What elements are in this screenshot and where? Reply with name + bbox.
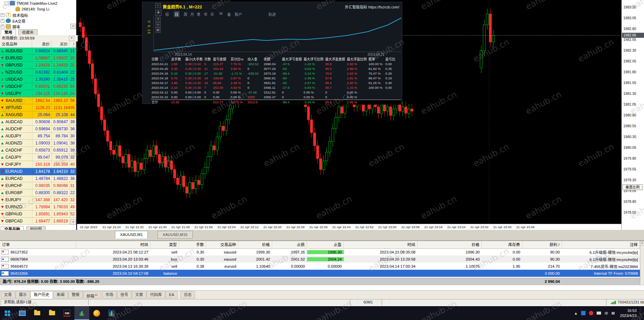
market-watch-row[interactable]: EURJPY147.388147.42032 [0, 196, 76, 204]
indicator-menu-item-周[interactable]: 周 [183, 11, 188, 17]
nav-item-ea[interactable]: + EA交易 [1, 18, 25, 24]
indicator-menu-item-币[interactable]: 币 [209, 11, 215, 17]
terminal-tab-市场[interactable]: 市场 [102, 291, 117, 298]
indicator-menu-item-月[interactable]: 月 [189, 11, 195, 17]
market-watch-header[interactable]: 交易品种 卖价 买价 ! [0, 41, 76, 48]
tray-app-icon-blue[interactable] [581, 311, 586, 315]
orders-table-header[interactable]: 订单时间类型手数交易品种价格止损止盈时间价格库存费获利 /注释 [0, 241, 640, 249]
market-watch-row[interactable]: USDJPY134.119134.14324 [0, 90, 76, 97]
terminal-tab-展示[interactable]: 展示 [16, 291, 30, 298]
order-row[interactable]: 961273522023.04.21 08:12:27sell0.30xauus… [0, 248, 640, 256]
orders-col-6[interactable]: 止损 [272, 241, 307, 248]
terminal-tab-EA[interactable]: EA [166, 291, 177, 298]
time-axis[interactable]: 21 Apr 202321 Apr 21:2421 Apr 21:3221 Ap… [77, 224, 621, 230]
expand-icon[interactable]: + [1, 25, 4, 28]
expand-icon[interactable]: + [1, 19, 4, 23]
nav-account-user[interactable]: 268149: Tong Li [16, 6, 49, 12]
market-watch-row[interactable]: XPTUSD1126.231131.18495 [0, 104, 76, 111]
orders-col-8[interactable]: 时间 [344, 241, 418, 248]
terminal-tab-信号[interactable]: 信号 [117, 291, 132, 298]
ime-language-indicator[interactable]: 中 [604, 311, 608, 316]
taskbar-app-pc[interactable] [15, 306, 30, 320]
orders-col-3[interactable]: 手数 [179, 241, 206, 248]
taskbar-app-xm[interactable]: XM [59, 306, 74, 320]
market-watch-row[interactable]: EURNZD1.789841.7903349 [0, 204, 76, 211]
indicator-menu-item-轨迹[interactable]: 轨迹 [267, 11, 277, 17]
market-watch-row[interactable]: EURAUD1.641781.6421032 [0, 168, 76, 175]
orders-scrollbar[interactable]: ∧ [640, 241, 644, 285]
terminal-tab-代码库[interactable]: 代码库 [147, 291, 165, 298]
market-watch-row[interactable]: GBPCAD1.684771.6851942 [0, 218, 76, 225]
market-watch-row[interactable]: USDCAD1.353901.3541525 [0, 76, 76, 83]
tray-chevron-icon[interactable]: ▲ [574, 311, 578, 315]
orders-col-0[interactable]: 订单 [0, 241, 76, 248]
market-watch-scroll-down[interactable]: ∨ [70, 219, 76, 225]
scroll-up-icon[interactable]: ∧ [640, 241, 644, 246]
orders-col-9[interactable]: 价格 [418, 241, 482, 248]
market-watch-row[interactable]: XAUUSD1982.541983.1056 [0, 97, 76, 104]
minimize-icon[interactable]: − [155, 3, 161, 8]
terminal-tab-警报[interactable]: 警报 [68, 291, 83, 298]
market-watch-row[interactable]: EURGBP0.883000.8832222 [0, 189, 76, 196]
indicator-menu-item-账户[interactable]: 账户 [234, 11, 243, 17]
market-watch-row[interactable]: AUDJPY89.75489.78430 [0, 133, 76, 140]
indicator-menu-item-季[interactable]: 季 [196, 11, 201, 17]
terminal-tab-新闻[interactable]: 新闻 [53, 291, 68, 298]
orders-col-10[interactable]: 库存费 [482, 241, 522, 248]
show-desktop-button[interactable] [640, 306, 642, 320]
orders-col-2[interactable]: 类型 [150, 241, 179, 248]
market-watch-row[interactable]: USDCHF0.892010.8923534 [0, 83, 76, 90]
market-watch-row[interactable]: GBPAUD1.858911.8594352 [0, 211, 76, 218]
indicator-menu-item-日[interactable]: 日 [174, 11, 180, 17]
orders-col-4[interactable]: 交易品种 [206, 241, 238, 248]
market-watch-row[interactable]: CADJPY99.04799.07932 [0, 154, 76, 161]
orders-col-7[interactable]: 止盈 [307, 241, 344, 248]
price-axis[interactable]: 1983.301983.051982.801982.551982.301982.… [621, 0, 644, 230]
terminal-tab-文章[interactable]: 文章 [132, 291, 146, 298]
market-watch-row[interactable]: XAGUSD25.06425.10844 [0, 111, 76, 118]
orders-col-11[interactable]: 获利 / [522, 241, 562, 248]
indicator-menu-item-M[interactable]: M [218, 11, 223, 16]
indicator-brand-link[interactable]: 外汇智能指标 https://fxznzb.com/ [345, 4, 399, 9]
orders-col-5[interactable]: 价格 [238, 241, 272, 248]
nav-item-indicators[interactable]: + f 技术指标 [1, 12, 28, 18]
terminal-tab-邮箱[interactable]: 邮箱11 [83, 291, 101, 298]
navigator-scroll-down[interactable]: ∨ [70, 24, 76, 29]
taskbar-app-mt4[interactable] [104, 306, 119, 320]
nav-item-scripts[interactable]: + 脚本 [1, 24, 20, 29]
col-spread[interactable]: ! [69, 41, 76, 48]
orders-col-12[interactable]: 注释 [562, 241, 640, 248]
market-watch-row[interactable]: EURUSD1.098871.0990720 [0, 55, 76, 62]
taskbar-app-firefox[interactable] [89, 306, 104, 320]
market-watch-row[interactable]: AUDNZD1.090031.0904138 [0, 140, 76, 147]
taskbar-app-explorer[interactable] [30, 306, 45, 320]
collapse-icon[interactable]: - [5, 1, 8, 5]
expand-icon[interactable]: + [1, 13, 4, 17]
indicator-menu-item-备[interactable]: 备 [226, 11, 232, 17]
market-watch-row[interactable]: AUDCHF0.596940.5973036 [0, 126, 76, 133]
col-symbol[interactable]: 交易品种 [0, 41, 32, 48]
orders-col-1[interactable]: 时间 [76, 241, 150, 248]
market-watch-row[interactable]: AUDCAD0.906080.9064739 [0, 118, 76, 126]
market-watch-row[interactable]: EURCAD1.487841.4882238 [0, 175, 76, 182]
col-bid[interactable]: 卖价 [32, 41, 51, 48]
market-watch-row[interactable]: EURCHF0.980350.9806631 [0, 182, 76, 189]
close-icon[interactable]: × [69, 36, 74, 41]
terminal-tab-账户历史[interactable]: 账户历史 [30, 291, 53, 298]
order-row[interactable]: 960679842023.04.20 13:03:46buy0.30xauusd… [0, 256, 640, 263]
taskbar-app-mt4-active[interactable] [74, 306, 89, 320]
market-watch-row[interactable]: NZDUSD0.613820.6140422 [0, 69, 76, 76]
taskbar-app-folder[interactable] [45, 306, 59, 320]
chart-tab-xauusd-m15[interactable]: XAUUSD,M15 [158, 231, 193, 239]
col-ask[interactable]: 买价 [51, 41, 69, 48]
nav-account-server[interactable]: - TMGM.TradeMax-Live2 [5, 0, 57, 6]
indicator-menu-item-年[interactable]: 年 [203, 11, 209, 17]
market-watch-row[interactable]: AUDUSD0.669240.6694521 [0, 48, 76, 55]
chart-tab-xauusd-m1[interactable]: XAUUSD,M1 [115, 231, 148, 239]
tray-app-icon-red[interactable] [589, 311, 593, 315]
terminal-tab-交易[interactable]: 交易 [1, 291, 15, 298]
market-watch-row[interactable]: CHFJPY150.319150.35940 [0, 161, 76, 168]
terminal-tab-日志[interactable]: 日志 [181, 291, 195, 298]
market-watch-row[interactable]: GBPUSD1.244281.2445325 [0, 62, 76, 69]
taskbar-clock[interactable]: 16:53 2023/4/23 [618, 308, 637, 318]
